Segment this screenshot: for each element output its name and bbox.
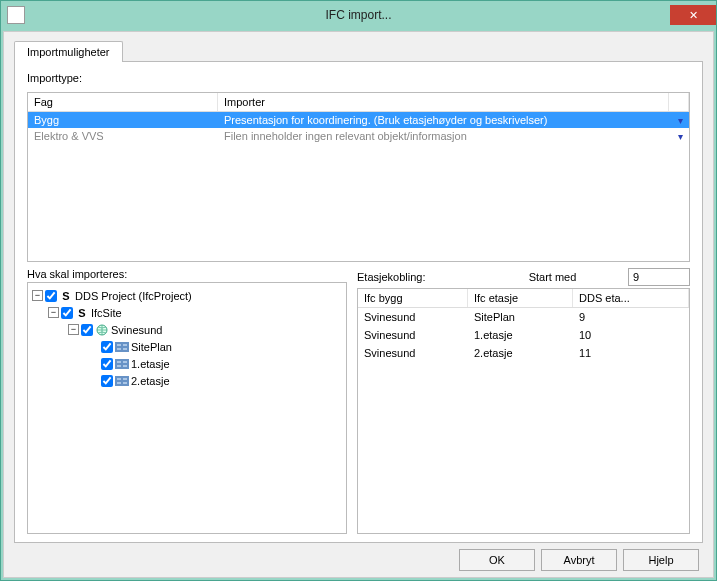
etasje-header-row: Etasjekobling: Start med bbox=[357, 268, 690, 286]
cell-ifc-etasje: SitePlan bbox=[468, 308, 573, 326]
start-med-label: Start med bbox=[485, 271, 620, 283]
mid-section: Hva skal importeres: −S DDS Project (Ifc… bbox=[27, 268, 690, 534]
window-title: IFC import... bbox=[325, 8, 391, 22]
cell-dds-etasje: 11 bbox=[573, 344, 689, 362]
tree-node-label: IfcSite bbox=[91, 307, 122, 319]
project-s-icon: S bbox=[75, 307, 89, 319]
tree-node[interactable]: 2.etasje bbox=[30, 372, 344, 389]
ok-button[interactable]: OK bbox=[459, 549, 535, 571]
titlebar: IFC import... ✕ bbox=[1, 1, 716, 29]
dialog-buttons: OK Avbryt Hjelp bbox=[14, 543, 703, 571]
cell-dds-etasje: 9 bbox=[573, 308, 689, 326]
header-ifc-bygg[interactable]: Ifc bygg bbox=[358, 289, 468, 307]
tree-node-label: Svinesund bbox=[111, 324, 162, 336]
building-icon bbox=[95, 324, 109, 336]
cell-importer: Filen inneholder ingen relevant objekt/i… bbox=[218, 128, 671, 144]
header-dds-etasje[interactable]: DDS eta... bbox=[573, 289, 689, 307]
start-med-input[interactable] bbox=[628, 268, 690, 286]
etasje-row[interactable]: Svinesund1.etasje10 bbox=[358, 326, 689, 344]
importtype-grid[interactable]: Fag Importer ByggPresentasjon for koordi… bbox=[27, 92, 690, 262]
cell-ifc-etasje: 1.etasje bbox=[468, 326, 573, 344]
tree-node[interactable]: SitePlan bbox=[30, 338, 344, 355]
cell-dds-etasje: 10 bbox=[573, 326, 689, 344]
collapse-icon[interactable]: − bbox=[32, 290, 43, 301]
help-button[interactable]: Hjelp bbox=[623, 549, 699, 571]
header-fag[interactable]: Fag bbox=[28, 93, 218, 111]
header-ifc-etasje[interactable]: Ifc etasje bbox=[468, 289, 573, 307]
etasje-grid-header: Ifc bygg Ifc etasje DDS eta... bbox=[358, 289, 689, 308]
tree-node-label: 1.etasje bbox=[131, 358, 170, 370]
etasje-row[interactable]: SvinesundSitePlan9 bbox=[358, 308, 689, 326]
etasje-row[interactable]: Svinesund2.etasje11 bbox=[358, 344, 689, 362]
chevron-down-icon[interactable]: ▾ bbox=[671, 129, 689, 144]
collapse-icon[interactable]: − bbox=[48, 307, 59, 318]
tree-checkbox[interactable] bbox=[45, 290, 57, 302]
project-s-icon: S bbox=[59, 290, 73, 302]
floor-icon bbox=[115, 359, 129, 369]
header-spacer bbox=[669, 93, 689, 111]
tree-box[interactable]: −S DDS Project (IfcProject)−S IfcSite− S… bbox=[27, 282, 347, 534]
collapse-icon[interactable]: − bbox=[68, 324, 79, 335]
cell-fag: Elektro & VVS bbox=[28, 128, 218, 144]
floor-icon bbox=[115, 376, 129, 386]
tree-node-label: DDS Project (IfcProject) bbox=[75, 290, 192, 302]
close-icon: ✕ bbox=[689, 9, 698, 22]
app-icon bbox=[7, 6, 25, 24]
tree-checkbox[interactable] bbox=[101, 358, 113, 370]
chevron-down-icon[interactable]: ▾ bbox=[671, 113, 689, 128]
etasje-pane: Etasjekobling: Start med Ifc bygg Ifc et… bbox=[357, 268, 690, 534]
tree-checkbox[interactable] bbox=[101, 341, 113, 353]
client-area: Importmuligheter Importtype: Fag Importe… bbox=[3, 31, 714, 578]
tab-importmuligheter[interactable]: Importmuligheter bbox=[14, 41, 123, 62]
tree-node-label: SitePlan bbox=[131, 341, 172, 353]
tree-node-label: 2.etasje bbox=[131, 375, 170, 387]
tab-strip: Importmuligheter bbox=[14, 40, 703, 61]
cell-ifc-bygg: Svinesund bbox=[358, 326, 468, 344]
close-button[interactable]: ✕ bbox=[670, 5, 716, 25]
etasje-grid[interactable]: Ifc bygg Ifc etasje DDS eta... Svinesund… bbox=[357, 288, 690, 534]
tree-checkbox[interactable] bbox=[101, 375, 113, 387]
tree-checkbox[interactable] bbox=[61, 307, 73, 319]
floor-icon bbox=[115, 342, 129, 352]
cell-importer: Presentasjon for koordinering. (Bruk eta… bbox=[218, 112, 671, 128]
tree-node[interactable]: −S DDS Project (IfcProject) bbox=[30, 287, 344, 304]
header-importer[interactable]: Importer bbox=[218, 93, 669, 111]
cell-ifc-bygg: Svinesund bbox=[358, 308, 468, 326]
tree-node[interactable]: 1.etasje bbox=[30, 355, 344, 372]
importtype-header: Fag Importer bbox=[28, 93, 689, 112]
importtype-label: Importtype: bbox=[27, 72, 690, 84]
ifc-import-window: IFC import... ✕ Importmuligheter Importt… bbox=[0, 0, 717, 581]
etasje-label: Etasjekobling: bbox=[357, 271, 477, 283]
tree-node[interactable]: −S IfcSite bbox=[30, 304, 344, 321]
importtype-row[interactable]: ByggPresentasjon for koordinering. (Bruk… bbox=[28, 112, 689, 128]
tree-node[interactable]: − Svinesund bbox=[30, 321, 344, 338]
import-tree-pane: Hva skal importeres: −S DDS Project (Ifc… bbox=[27, 268, 347, 534]
cell-fag: Bygg bbox=[28, 112, 218, 128]
cancel-button[interactable]: Avbryt bbox=[541, 549, 617, 571]
tree-label: Hva skal importeres: bbox=[27, 268, 347, 280]
tab-label: Importmuligheter bbox=[27, 46, 110, 58]
importtype-row[interactable]: Elektro & VVSFilen inneholder ingen rele… bbox=[28, 128, 689, 144]
tree-checkbox[interactable] bbox=[81, 324, 93, 336]
cell-ifc-bygg: Svinesund bbox=[358, 344, 468, 362]
cell-ifc-etasje: 2.etasje bbox=[468, 344, 573, 362]
tab-panel: Importtype: Fag Importer ByggPresentasjo… bbox=[14, 61, 703, 543]
